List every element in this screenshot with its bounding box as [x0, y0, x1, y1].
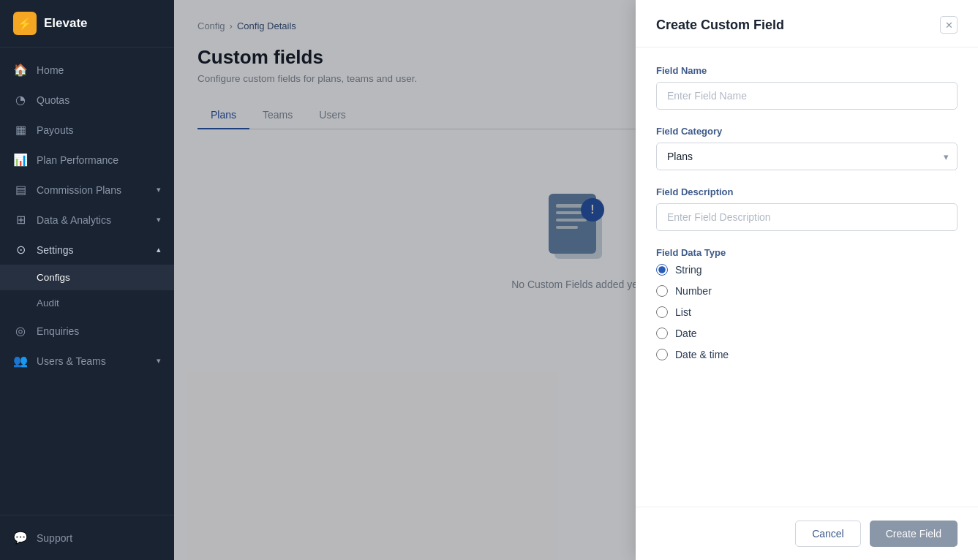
radio-list-label: List [675, 306, 691, 318]
sidebar-item-users-teams-label: Users & Teams [37, 355, 106, 367]
sidebar-item-configs[interactable]: Configs [0, 265, 174, 290]
radio-date-input[interactable] [656, 328, 668, 339]
cancel-button[interactable]: Cancel [795, 521, 861, 547]
main-area: Config › Config Details Custom fields Co… [174, 0, 978, 560]
data-analytics-icon: ⊞ [13, 213, 28, 227]
field-description-group: Field Description [656, 186, 958, 231]
create-custom-field-panel: Create Custom Field ✕ Field Name Field C… [636, 0, 978, 560]
chevron-down-icon: ▾ [157, 356, 161, 366]
sidebar-item-commission-plans[interactable]: ▤ Commission Plans ▾ [0, 175, 174, 205]
sidebar-item-audit-label: Audit [37, 298, 59, 309]
sidebar-item-payouts[interactable]: ▦ Payouts [0, 115, 174, 145]
chevron-down-icon: ▾ [157, 215, 161, 224]
sidebar-nav: 🏠 Home ◔ Quotas ▦ Payouts 📊 Plan Perform… [0, 48, 174, 515]
panel-header: Create Custom Field ✕ [636, 0, 978, 48]
radio-string-input[interactable] [656, 264, 668, 276]
app-name: Elevate [44, 16, 88, 31]
chevron-down-icon: ▾ [157, 185, 161, 194]
sidebar-item-quotas-label: Quotas [37, 94, 69, 106]
app-logo-icon: ⚡ [13, 12, 37, 35]
radio-number[interactable]: Number [656, 285, 958, 297]
field-description-input[interactable] [656, 203, 958, 231]
settings-icon: ⊙ [13, 243, 28, 257]
data-type-radio-group: String Number List Date [656, 264, 958, 360]
plan-performance-icon: 📊 [13, 153, 28, 167]
field-name-input[interactable] [656, 82, 958, 110]
radio-date-time-label: Date & time [675, 349, 729, 360]
sidebar-item-users-teams[interactable]: 👥 Users & Teams ▾ [0, 346, 174, 376]
radio-string-label: String [675, 264, 702, 276]
sidebar-item-support[interactable]: 💬 Support [0, 523, 174, 553]
users-teams-icon: 👥 [13, 354, 28, 368]
radio-string[interactable]: String [656, 264, 958, 276]
sidebar-item-settings[interactable]: ⊙ Settings ▴ [0, 235, 174, 265]
chevron-up-icon: ▴ [157, 245, 161, 254]
sidebar-item-audit[interactable]: Audit [0, 290, 174, 316]
field-category-label: Field Category [656, 126, 958, 137]
sidebar-item-plan-performance[interactable]: 📊 Plan Performance [0, 145, 174, 175]
panel-close-button[interactable]: ✕ [940, 16, 958, 34]
field-name-label: Field Name [656, 65, 958, 76]
sidebar-header: ⚡ Elevate [0, 0, 174, 48]
support-icon: 💬 [13, 531, 28, 545]
sidebar-item-home-label: Home [37, 64, 64, 76]
sidebar-item-enquiries-label: Enquiries [37, 325, 79, 337]
radio-date[interactable]: Date [656, 328, 958, 339]
radio-date-label: Date [675, 328, 697, 339]
field-data-type-group: Field Data Type String Number List [656, 247, 958, 360]
sidebar-item-enquiries[interactable]: ◎ Enquiries [0, 316, 174, 346]
sidebar-item-plan-performance-label: Plan Performance [37, 154, 119, 166]
create-field-button[interactable]: Create Field [870, 521, 958, 547]
settings-submenu: Configs Audit [0, 265, 174, 316]
home-icon: 🏠 [13, 63, 28, 77]
radio-date-time-input[interactable] [656, 349, 668, 360]
sidebar-item-payouts-label: Payouts [37, 124, 74, 136]
sidebar-item-settings-label: Settings [37, 244, 74, 256]
radio-list[interactable]: List [656, 306, 958, 318]
sidebar-item-home[interactable]: 🏠 Home [0, 55, 174, 85]
sidebar-item-data-analytics-label: Data & Analytics [37, 214, 111, 226]
commission-plans-icon: ▤ [13, 183, 28, 197]
sidebar: ⚡ Elevate 🏠 Home ◔ Quotas ▦ Payouts 📊 Pl… [0, 0, 174, 560]
panel-footer: Cancel Create Field [636, 507, 978, 560]
radio-number-input[interactable] [656, 285, 668, 297]
field-data-type-label: Field Data Type [656, 247, 958, 258]
sidebar-item-configs-label: Configs [37, 272, 70, 283]
payouts-icon: ▦ [13, 123, 28, 137]
sidebar-item-data-analytics[interactable]: ⊞ Data & Analytics ▾ [0, 205, 174, 235]
sidebar-item-support-label: Support [37, 532, 72, 544]
radio-number-label: Number [675, 285, 712, 297]
radio-list-input[interactable] [656, 306, 668, 318]
sidebar-footer: 💬 Support [0, 515, 174, 560]
sidebar-item-quotas[interactable]: ◔ Quotas [0, 85, 174, 115]
panel-title: Create Custom Field [656, 18, 784, 33]
enquiries-icon: ◎ [13, 324, 28, 338]
field-name-group: Field Name [656, 65, 958, 110]
field-category-select[interactable]: Plans Teams Users [656, 143, 958, 170]
field-description-label: Field Description [656, 186, 958, 197]
panel-body: Field Name Field Category Plans Teams Us… [636, 48, 978, 507]
quotas-icon: ◔ [13, 93, 28, 107]
field-category-select-wrap: Plans Teams Users ▾ [656, 143, 958, 170]
radio-date-time[interactable]: Date & time [656, 349, 958, 360]
sidebar-item-commission-plans-label: Commission Plans [37, 184, 121, 196]
field-category-group: Field Category Plans Teams Users ▾ [656, 126, 958, 170]
